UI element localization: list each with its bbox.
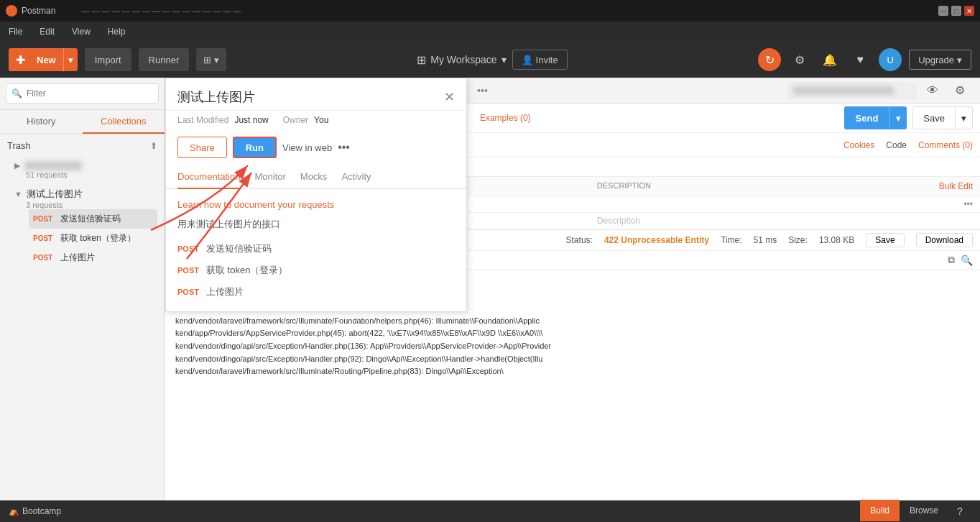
new-button[interactable]: ✚ New ▾ [9, 48, 78, 71]
examples-link[interactable]: Examples (0) [480, 113, 531, 123]
sidebar-filter-area: 🔍 [0, 78, 165, 110]
layout-button[interactable]: ⊞ ▾ [196, 48, 226, 71]
col-header-desc: DESCRIPTION [597, 181, 915, 191]
panel-tab-documentation[interactable]: Documentation [177, 165, 240, 189]
url-display [787, 82, 917, 99]
send-button[interactable]: Send [844, 106, 890, 129]
tab-history[interactable]: History [0, 110, 83, 134]
bootcamp-button[interactable]: ⛺ Bootcamp [9, 506, 61, 516]
method-badge-1: POST [33, 234, 56, 242]
save-button[interactable]: Save [912, 106, 956, 129]
panel-title: 测试上传图片 [177, 88, 255, 106]
notifications-button[interactable]: 🔔 [818, 48, 841, 71]
settings2-button[interactable]: ⚙ [948, 79, 971, 102]
panel-tab-monitor[interactable]: Monitor [254, 165, 285, 189]
minimize-button[interactable]: ─ [938, 6, 948, 16]
trash-label: Trash [7, 140, 31, 151]
request-list-1: POST 发送短信验证码 POST 获取 token（登录） POST 上传图片 [29, 209, 157, 267]
title-nav-tabs: — — — — — — — — — — — — — — — — [81, 6, 241, 15]
panel-request-0[interactable]: POST 发送短信验证码 [177, 238, 455, 260]
url-blurred [793, 86, 894, 95]
collection-name-blurred [24, 161, 82, 170]
more-button[interactable]: ••• [338, 141, 350, 154]
bulk-edit-link[interactable]: Bulk Edit [939, 181, 973, 191]
trash-section[interactable]: Trash ⬆ [0, 134, 165, 157]
menu-edit[interactable]: Edit [37, 25, 57, 38]
menu-help[interactable]: Help [105, 25, 129, 38]
size-label: Size: [788, 235, 808, 245]
share-button[interactable]: Share [177, 137, 227, 158]
toolbar: ✚ New ▾ Import Runner ⊞ ▾ ⊞ My Workspace… [0, 42, 980, 78]
run-button[interactable]: Run [233, 137, 277, 158]
code-line-7: kend/vendor/laravel/framework/src/Illumi… [175, 365, 970, 378]
method-badge-2: POST [33, 254, 56, 262]
panel-description: 用来测试上传图片的接口 [177, 218, 455, 231]
search-icon: 🔍 [11, 88, 22, 99]
menu-file[interactable]: File [6, 25, 25, 38]
import-button[interactable]: Import [85, 48, 131, 71]
download-response-button[interactable]: Download [916, 233, 973, 247]
size-value: 13.08 KB [819, 235, 854, 245]
collection-panel: 测试上传图片 ✕ Last Modified Just now Owner Yo… [165, 78, 467, 312]
param-desc-1[interactable]: Description [597, 216, 915, 226]
code-line-4: kend/app/Providers/AppServiceProvider.ph… [175, 327, 970, 340]
code-line-6: kend/vendor/dingo/api/src/Exception/Hand… [175, 353, 970, 366]
view-web-button[interactable]: View in web [282, 142, 332, 153]
upgrade-button[interactable]: Upgrade ▾ [909, 50, 971, 70]
bottom-bar: ⛺ Bootcamp Build Browse ? [0, 500, 980, 522]
filter-input[interactable] [6, 83, 159, 104]
menu-bar: File Edit View Help [0, 22, 980, 42]
sync-button[interactable]: ↻ [758, 48, 781, 71]
comments-link[interactable]: Comments (0) [918, 140, 973, 150]
panel-tabs: Documentation Monitor Mocks Activity [166, 165, 466, 189]
trash-icon-btn[interactable]: ⬆ [150, 141, 157, 151]
request-item-0[interactable]: POST 发送短信验证码 [29, 209, 157, 229]
bottom-tab-browse[interactable]: Browse [900, 500, 948, 521]
code-link[interactable]: Code [886, 140, 907, 150]
panel-close-button[interactable]: ✕ [444, 89, 455, 105]
workspace-button[interactable]: ⊞ My Workspace ▾ [417, 53, 506, 67]
tab-collections[interactable]: Collections [83, 110, 165, 134]
code-line-5: kend/vendor/dingo/api/src/Exception/Hand… [175, 340, 970, 353]
learn-link[interactable]: Learn how to document your requests [177, 199, 334, 210]
send-dropdown-button[interactable]: ▾ [889, 106, 907, 129]
save-btn-group: Save ▾ [912, 106, 973, 129]
panel-tab-mocks[interactable]: Mocks [300, 165, 328, 189]
svg-point-0 [8, 7, 15, 14]
help-button[interactable]: ? [948, 500, 971, 522]
save-dropdown-button[interactable]: ▾ [956, 106, 973, 129]
panel-request-1[interactable]: POST 获取 token（登录） [177, 260, 455, 281]
search-response-button[interactable]: 🔍 [961, 255, 973, 266]
request-item-2[interactable]: POST 上传图片 [29, 248, 157, 267]
collection-count-0: 51 requests [26, 170, 157, 179]
request-name-1: 获取 token（登录） [60, 232, 136, 244]
tab-more-button[interactable]: ••• [473, 85, 492, 96]
bottom-tab-build[interactable]: Build [860, 500, 900, 521]
request-item-1[interactable]: POST 获取 token（登录） [29, 229, 157, 248]
save-response-button[interactable]: Save [866, 233, 904, 247]
menu-view[interactable]: View [69, 25, 93, 38]
collection-expand-icon: ▶ [14, 161, 20, 170]
panel-tab-activity[interactable]: Activity [341, 165, 371, 189]
settings-button[interactable]: ⚙ [788, 48, 811, 71]
preview-button[interactable]: 👁 [921, 79, 944, 102]
param-more-0[interactable]: ••• [963, 199, 973, 209]
app-logo [6, 5, 17, 17]
maximize-button[interactable]: □ [951, 6, 961, 16]
copy-response-button[interactable]: ⧉ [948, 254, 955, 266]
bootcamp-icon: ⛺ [9, 506, 19, 516]
panel-meta: Last Modified Just now Owner You [166, 111, 466, 129]
avatar-button[interactable]: U [879, 48, 902, 71]
heart-button[interactable]: ♥ [849, 48, 872, 71]
request-name-0: 发送短信验证码 [60, 213, 121, 225]
panel-request-2[interactable]: POST 上传图片 [177, 281, 455, 303]
cookies-link[interactable]: Cookies [843, 140, 874, 150]
sidebar-tabs: History Collections [0, 110, 165, 134]
invite-button[interactable]: 👤 Invite [512, 50, 568, 70]
close-button[interactable]: ✕ [964, 6, 974, 16]
collection-name-1: 测试上传图片 [27, 188, 83, 201]
title-bar: Postman — — — — — — — — — — — — — — — — … [0, 0, 980, 22]
collection-item-0: ▶ 51 requests [0, 157, 165, 183]
runner-button[interactable]: Runner [139, 48, 190, 71]
workspace-center: ⊞ My Workspace ▾ 👤 Invite [234, 50, 751, 70]
